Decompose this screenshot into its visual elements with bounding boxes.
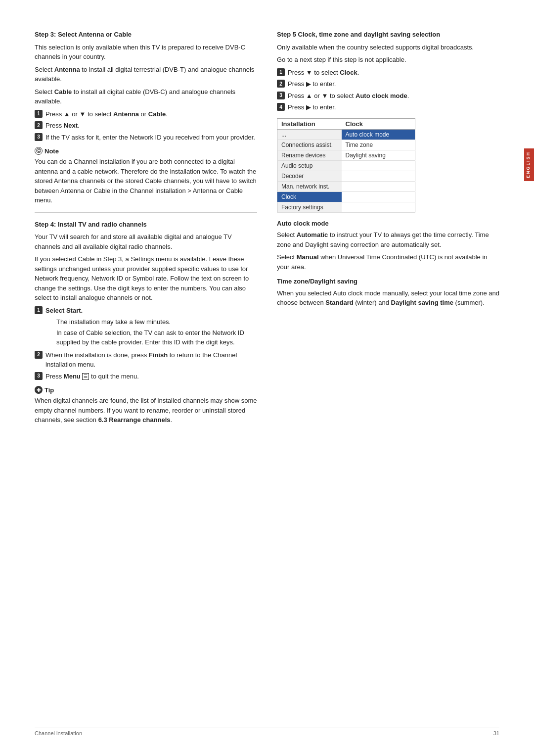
note-label: Note	[44, 147, 59, 155]
tv-menu-row-6: Man. network inst.	[277, 181, 415, 191]
step5-title: Step 5 Clock, time zone and daylight sav…	[277, 30, 499, 40]
step5-para2: Go to a next step if this step is not ap…	[277, 55, 499, 65]
tip-label: Tip	[44, 386, 54, 394]
step5-number-1: 1	[277, 68, 285, 76]
tv-menu-cell-right: Daylight saving	[342, 150, 415, 160]
timezone-section: Time zone/Daylight saving When you selec…	[277, 277, 499, 308]
tv-menu-header-left: Installation	[277, 118, 342, 129]
tv-menu-cell-right: Time zone	[342, 140, 415, 150]
step3-para2: Select Antenna to install all digital te…	[35, 65, 257, 84]
note-box: Ⓒ Note You can do a Channel installation…	[35, 147, 257, 205]
tv-menu-row-2: Connections assist. Time zone	[277, 140, 415, 150]
step3-step1: 1 Press ▲ or ▼ to select Antenna or Cabl…	[35, 109, 257, 119]
step5-step3: 3 Press ▲ or ▼ to select Auto clock mode…	[277, 91, 499, 101]
divider-1	[35, 212, 257, 213]
timezone-para: When you selected Auto clock mode manual…	[277, 288, 499, 308]
tv-menu-row-4: Audio setup	[277, 160, 415, 171]
step3-para1: This selection is only available when th…	[35, 43, 257, 62]
step4-title: Step 4: Install TV and radio channels	[35, 220, 257, 230]
tv-menu-row-7: Clock	[277, 191, 415, 202]
step-number-2: 2	[35, 121, 43, 129]
menu-icon: ☰	[82, 373, 89, 380]
step3-cable-bold: Cable	[54, 88, 72, 95]
step4-number-3: 3	[35, 372, 43, 380]
step4-number-1: 1	[35, 306, 43, 314]
step5-step2: 2 Press ▶ to enter.	[277, 79, 499, 89]
step5-number-2: 2	[277, 80, 285, 88]
tip-text: When digital channels are found, the lis…	[35, 396, 257, 425]
page: ENGLISH Step 3: Select Antenna or Cable …	[0, 0, 534, 756]
tv-menu-row-5: Decoder	[277, 171, 415, 181]
step4-substep1: The installation may take a few minutes.	[56, 317, 257, 327]
step3-antenna-bold: Antenna	[54, 66, 80, 73]
step5-number-3: 3	[277, 92, 285, 99]
timezone-subtitle: Time zone/Daylight saving	[277, 277, 499, 286]
step3-step2: 2 Press Next.	[35, 121, 257, 131]
tv-menu-cell-left: Connections assist.	[277, 140, 342, 150]
step4-section: Step 4: Install TV and radio channels Yo…	[35, 220, 257, 381]
note-text: You can do a Channel installation if you…	[35, 157, 257, 205]
tv-menu-cell-left: Audio setup	[277, 160, 342, 171]
tv-menu-cell-left: Clock	[277, 191, 342, 202]
tv-menu-cell-right: Auto clock mode	[342, 129, 415, 140]
tv-menu-cell-right	[342, 181, 415, 191]
step4-step2: 2 When the installation is done, press F…	[35, 350, 257, 370]
tv-menu-row-1: ... Auto clock mode	[277, 129, 415, 140]
step5-step4: 4 Press ▶ to enter.	[277, 102, 499, 112]
step4-number-2: 2	[35, 351, 43, 359]
tv-menu-row-3: Rename devices Daylight saving	[277, 150, 415, 160]
tv-menu-table: Installation Clock ... Auto clock mode C…	[277, 118, 415, 213]
two-column-layout: Step 3: Select Antenna or Cable This sel…	[35, 30, 499, 712]
right-column: Step 5 Clock, time zone and daylight sav…	[277, 30, 499, 712]
step4-substeps: The installation may take a few minutes.…	[45, 317, 257, 347]
tv-menu-cell-left: Decoder	[277, 171, 342, 181]
step3-step3: 3 If the TV asks for it, enter the Netwo…	[35, 133, 257, 142]
step3-title: Step 3: Select Antenna or Cable	[35, 30, 257, 40]
step5-steps: 1 Press ▼ to select Clock. 2 Press ▶ to …	[277, 68, 499, 112]
tip-title: ✚ Tip	[35, 386, 257, 394]
step3-section: Step 3: Select Antenna or Cable This sel…	[35, 30, 257, 142]
footer-right: 31	[493, 730, 499, 736]
note-icon: Ⓒ	[35, 147, 43, 155]
step4-para2: If you selected Cable in Step 3, a Setti…	[35, 254, 257, 303]
auto-clock-section: Auto clock mode Select Automatic to inst…	[277, 219, 499, 272]
step3-para3: Select Cable to install all digital cabl…	[35, 87, 257, 106]
step4-step1: 1 Select Start. The installation may tak…	[35, 306, 257, 348]
tv-menu-cell-left: Factory settings	[277, 202, 342, 212]
tv-menu-cell-right	[342, 160, 415, 171]
tv-menu-cell-left: Rename devices	[277, 150, 342, 160]
step3-steps: 1 Press ▲ or ▼ to select Antenna or Cabl…	[35, 109, 257, 142]
left-column: Step 3: Select Antenna or Cable This sel…	[35, 30, 257, 712]
step4-steps: 1 Select Start. The installation may tak…	[35, 306, 257, 381]
tv-menu-cell-left: ...	[277, 129, 342, 140]
tv-menu-cell-right	[342, 171, 415, 181]
tv-menu-cell-left: Man. network inst.	[277, 181, 342, 191]
language-tab: ENGLISH	[524, 148, 534, 181]
step5-section: Step 5 Clock, time zone and daylight sav…	[277, 30, 499, 308]
step4-para1: Your TV will search for and store all av…	[35, 232, 257, 251]
step-number-1: 1	[35, 110, 43, 118]
tv-menu-header-right: Clock	[342, 118, 415, 129]
footer-left: Channel installation	[35, 730, 82, 736]
tip-box: ✚ Tip When digital channels are found, t…	[35, 386, 257, 425]
auto-clock-subtitle: Auto clock mode	[277, 219, 499, 229]
step5-step1: 1 Press ▼ to select Clock.	[277, 68, 499, 78]
tv-menu-cell-right	[342, 202, 415, 212]
step5-para1: Only available when the country selected…	[277, 43, 499, 52]
tv-menu-header: Installation Clock	[277, 118, 415, 129]
note-title: Ⓒ Note	[35, 147, 257, 155]
step4-substep2: In case of Cable selection, the TV can a…	[56, 328, 257, 347]
step4-step3: 3 Press Menu ☰ to quit the menu.	[35, 372, 257, 381]
tv-menu-row-8: Factory settings	[277, 202, 415, 212]
step5-number-4: 4	[277, 103, 285, 111]
tip-icon: ✚	[35, 386, 43, 394]
step-number-3: 3	[35, 133, 43, 141]
auto-clock-para1: Select Automatic to instruct your TV to …	[277, 230, 499, 249]
page-footer: Channel installation 31	[35, 727, 499, 736]
auto-clock-para2: Select Manual when Universal Time Coordi…	[277, 252, 499, 272]
tv-menu-cell-right	[342, 191, 415, 202]
